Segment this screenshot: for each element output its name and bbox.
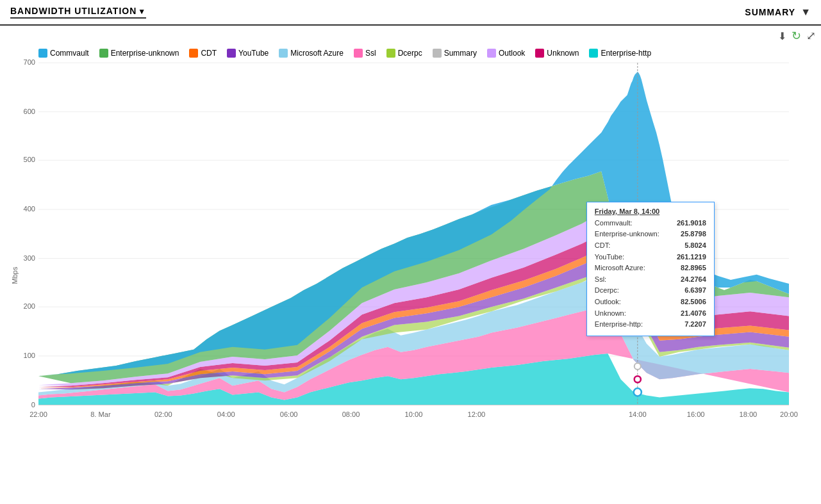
svg-text:06:00: 06:00	[280, 411, 298, 418]
legend-item-enterprise-unknown[interactable]: Enterprise-unknown	[99, 49, 179, 58]
svg-text:04:00: 04:00	[217, 411, 235, 418]
chart-legend: Commvault Enterprise-unknown CDT YouTube…	[38, 46, 789, 63]
legend-color	[589, 49, 598, 58]
legend-item-enterprise-http[interactable]: Enterprise-http	[589, 49, 651, 58]
title-text: BANDWIDTH UTILIZATION	[10, 6, 137, 16]
legend-label: Summary	[444, 49, 477, 58]
legend-label: Outlook	[499, 49, 525, 58]
download-icon[interactable]: ⬇	[778, 30, 786, 42]
svg-point-31	[634, 206, 642, 214]
svg-text:10:00: 10:00	[405, 411, 423, 418]
legend-item-unknown[interactable]: Unknown	[535, 49, 579, 58]
legend-label: Enterprise-http	[601, 49, 651, 58]
svg-text:700: 700	[23, 58, 35, 66]
svg-point-33	[634, 260, 641, 266]
svg-text:14:00: 14:00	[629, 411, 647, 418]
chart-container: 0 100 200 300 400 500 600 700	[38, 63, 789, 437]
svg-point-36	[634, 376, 641, 382]
svg-text:02:00: 02:00	[154, 411, 172, 418]
svg-text:8. Mar: 8. Mar	[90, 411, 111, 418]
legend-item-summary[interactable]: Summary	[433, 49, 477, 58]
svg-text:22:00: 22:00	[29, 411, 47, 418]
legend-color	[386, 49, 395, 58]
summary-chevron[interactable]: ▼	[800, 6, 811, 18]
svg-point-35	[634, 363, 641, 370]
legend-label: Unknown	[547, 49, 579, 58]
summary-label: SUMMARY	[745, 7, 795, 17]
y-axis-label: Mbps	[11, 266, 19, 284]
legend-label: Dcerpc	[398, 49, 422, 58]
legend-label: Commvault	[50, 49, 89, 58]
legend-color	[487, 49, 496, 58]
legend-color	[535, 49, 544, 58]
legend-color	[189, 49, 198, 58]
legend-label: Enterprise-unknown	[111, 49, 179, 58]
svg-point-37	[634, 388, 642, 396]
svg-point-34	[634, 305, 641, 311]
svg-text:300: 300	[23, 254, 35, 262]
svg-text:18:00: 18:00	[740, 411, 758, 418]
legend-color	[279, 49, 288, 58]
header-right: SUMMARY ▼	[745, 6, 811, 18]
legend-label: Microsoft Azure	[290, 49, 344, 58]
legend-item-outlook[interactable]: Outlook	[487, 49, 525, 58]
svg-text:500: 500	[23, 156, 35, 163]
page-title[interactable]: BANDWIDTH UTILIZATION▼	[10, 6, 146, 19]
chart-toolbar: ⬇ ↻ ⤢	[0, 26, 821, 46]
chart-svg: 0 100 200 300 400 500 600 700	[38, 63, 789, 437]
svg-text:08:00: 08:00	[342, 411, 360, 418]
svg-text:100: 100	[23, 352, 35, 359]
svg-text:12:00: 12:00	[468, 411, 486, 418]
chart-area: Commvault Enterprise-unknown CDT YouTube…	[0, 46, 821, 504]
svg-text:600: 600	[23, 108, 35, 115]
legend-item-commvault[interactable]: Commvault	[38, 49, 89, 58]
legend-item-youtube[interactable]: YouTube	[227, 49, 269, 58]
legend-label: Ssl	[365, 49, 376, 58]
legend-item-cdt[interactable]: CDT	[189, 49, 217, 58]
legend-label: YouTube	[238, 49, 269, 58]
title-arrow[interactable]: ▼	[138, 7, 146, 16]
legend-item-microsoft-azure[interactable]: Microsoft Azure	[279, 49, 344, 58]
legend-color	[433, 49, 442, 58]
svg-text:16:00: 16:00	[687, 411, 705, 418]
svg-point-32	[634, 247, 641, 253]
svg-text:200: 200	[23, 302, 35, 310]
app-header: BANDWIDTH UTILIZATION▼ SUMMARY ▼	[0, 0, 821, 26]
svg-text:400: 400	[23, 205, 35, 213]
legend-item-dcerpc[interactable]: Dcerpc	[386, 49, 422, 58]
expand-icon[interactable]: ⤢	[806, 29, 816, 43]
svg-text:0: 0	[31, 401, 35, 409]
legend-label: CDT	[201, 49, 217, 58]
legend-color	[354, 49, 363, 58]
refresh-icon[interactable]: ↻	[792, 29, 801, 43]
svg-text:20:00: 20:00	[780, 411, 798, 418]
legend-color	[227, 49, 236, 58]
legend-color	[99, 49, 108, 58]
legend-color	[38, 49, 47, 58]
legend-item-ssl[interactable]: Ssl	[354, 49, 376, 58]
